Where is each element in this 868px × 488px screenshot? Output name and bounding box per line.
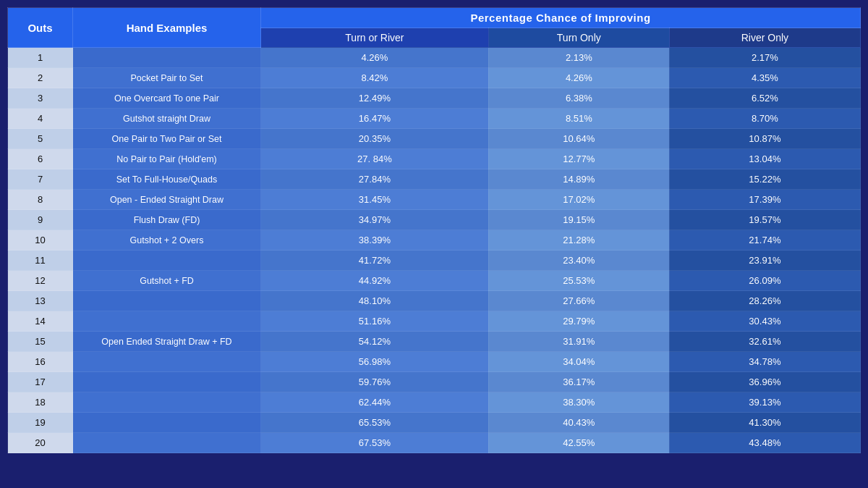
cell-river: 32.61% bbox=[669, 332, 860, 352]
table-row: 10Gutshot + 2 Overs38.39%21.28%21.74% bbox=[8, 230, 861, 251]
table-row: 8Open - Ended Straight Draw31.45%17.02%1… bbox=[8, 190, 861, 210]
cell-river: 39.13% bbox=[669, 392, 860, 413]
table-row: 2067.53%42.55%43.48% bbox=[8, 433, 861, 453]
cell-turn: 4.26% bbox=[488, 68, 669, 88]
cell-river: 6.52% bbox=[669, 88, 860, 109]
cell-river: 4.35% bbox=[669, 68, 860, 88]
cell-outs: 4 bbox=[8, 109, 73, 129]
cell-turn: 42.55% bbox=[488, 433, 669, 453]
cell-hand bbox=[73, 413, 261, 433]
cell-hand: No Pair to Pair (Hold'em) bbox=[73, 149, 261, 169]
cell-hand: Gutshot straight Draw bbox=[73, 109, 261, 129]
cell-turn: 17.02% bbox=[488, 190, 669, 210]
col-tor-header: Turn or River bbox=[261, 28, 489, 48]
cell-turn: 21.28% bbox=[488, 230, 669, 251]
cell-hand bbox=[73, 392, 261, 413]
cell-outs: 11 bbox=[8, 251, 73, 271]
cell-hand: Pocket Pair to Set bbox=[73, 68, 261, 88]
cell-outs: 16 bbox=[8, 352, 73, 372]
cell-river: 19.57% bbox=[669, 210, 860, 230]
cell-outs: 7 bbox=[8, 169, 73, 190]
cell-outs: 18 bbox=[8, 392, 73, 413]
table-row: 9Flush Draw (FD)34.97%19.15%19.57% bbox=[8, 210, 861, 230]
cell-tor: 62.44% bbox=[261, 392, 489, 413]
cell-hand: Open - Ended Straight Draw bbox=[73, 190, 261, 210]
cell-river: 34.78% bbox=[669, 352, 860, 372]
cell-turn: 8.51% bbox=[488, 109, 669, 129]
cell-tor: 44.92% bbox=[261, 271, 489, 291]
cell-river: 17.39% bbox=[669, 190, 860, 210]
cell-river: 15.22% bbox=[669, 169, 860, 190]
cell-river: 41.30% bbox=[669, 413, 860, 433]
cell-turn: 31.91% bbox=[488, 332, 669, 352]
cell-outs: 17 bbox=[8, 372, 73, 392]
cell-river: 30.43% bbox=[669, 311, 860, 332]
cell-hand bbox=[73, 433, 261, 453]
table-row: 12Gutshot + FD44.92%25.53%26.09% bbox=[8, 271, 861, 291]
cell-tor: 51.16% bbox=[261, 311, 489, 332]
cell-outs: 3 bbox=[8, 88, 73, 109]
cell-turn: 2.13% bbox=[488, 48, 669, 68]
table-row: 1451.16%29.79%30.43% bbox=[8, 311, 861, 332]
cell-hand: Gutshot + FD bbox=[73, 271, 261, 291]
cell-outs: 5 bbox=[8, 129, 73, 149]
cell-outs: 20 bbox=[8, 433, 73, 453]
cell-turn: 34.04% bbox=[488, 352, 669, 372]
cell-hand: Flush Draw (FD) bbox=[73, 210, 261, 230]
cell-hand bbox=[73, 352, 261, 372]
cell-turn: 25.53% bbox=[488, 271, 669, 291]
cell-turn: 6.38% bbox=[488, 88, 669, 109]
table-row: 1141.72%23.40%23.91% bbox=[8, 251, 861, 271]
cell-tor: 31.45% bbox=[261, 190, 489, 210]
cell-tor: 12.49% bbox=[261, 88, 489, 109]
table-row: 1656.98%34.04%34.78% bbox=[8, 352, 861, 372]
table-row: 15Open Ended Straight Draw + FD54.12%31.… bbox=[8, 332, 861, 352]
cell-hand: Set To Full-House/Quads bbox=[73, 169, 261, 190]
main-container: Outs Hand Examples Percentage Chance of … bbox=[7, 7, 861, 453]
cell-tor: 27.84% bbox=[261, 169, 489, 190]
table-row: 7Set To Full-House/Quads27.84%14.89%15.2… bbox=[8, 169, 861, 190]
cell-tor: 54.12% bbox=[261, 332, 489, 352]
cell-outs: 2 bbox=[8, 68, 73, 88]
cell-river: 28.26% bbox=[669, 291, 860, 311]
cell-hand bbox=[73, 372, 261, 392]
table-row: 1862.44%38.30%39.13% bbox=[8, 392, 861, 413]
cell-river: 21.74% bbox=[669, 230, 860, 251]
cell-hand bbox=[73, 291, 261, 311]
col-hand-header: Hand Examples bbox=[73, 8, 261, 48]
cell-river: 43.48% bbox=[669, 433, 860, 453]
cell-turn: 29.79% bbox=[488, 311, 669, 332]
cell-turn: 40.43% bbox=[488, 413, 669, 433]
table-row: 4Gutshot straight Draw16.47%8.51%8.70% bbox=[8, 109, 861, 129]
cell-river: 26.09% bbox=[669, 271, 860, 291]
cell-tor: 41.72% bbox=[261, 251, 489, 271]
table-row: 1759.76%36.17%36.96% bbox=[8, 372, 861, 392]
cell-tor: 38.39% bbox=[261, 230, 489, 251]
cell-tor: 59.76% bbox=[261, 372, 489, 392]
col-river-header: River Only bbox=[669, 28, 860, 48]
cell-tor: 8.42% bbox=[261, 68, 489, 88]
cell-tor: 20.35% bbox=[261, 129, 489, 149]
cell-tor: 48.10% bbox=[261, 291, 489, 311]
col-turn-header: Turn Only bbox=[488, 28, 669, 48]
cell-turn: 10.64% bbox=[488, 129, 669, 149]
cell-river: 2.17% bbox=[669, 48, 860, 68]
cell-hand bbox=[73, 251, 261, 271]
cell-river: 36.96% bbox=[669, 372, 860, 392]
cell-hand: One Pair to Two Pair or Set bbox=[73, 129, 261, 149]
cell-river: 8.70% bbox=[669, 109, 860, 129]
table-row: 5One Pair to Two Pair or Set20.35%10.64%… bbox=[8, 129, 861, 149]
cell-hand: Gutshot + 2 Overs bbox=[73, 230, 261, 251]
cell-outs: 19 bbox=[8, 413, 73, 433]
cell-turn: 23.40% bbox=[488, 251, 669, 271]
cell-tor: 65.53% bbox=[261, 413, 489, 433]
table-row: 1965.53%40.43%41.30% bbox=[8, 413, 861, 433]
cell-outs: 14 bbox=[8, 311, 73, 332]
cell-outs: 15 bbox=[8, 332, 73, 352]
cell-hand bbox=[73, 311, 261, 332]
cell-outs: 9 bbox=[8, 210, 73, 230]
cell-tor: 16.47% bbox=[261, 109, 489, 129]
cell-turn: 19.15% bbox=[488, 210, 669, 230]
cell-turn: 14.89% bbox=[488, 169, 669, 190]
table-row: 3One Overcard To one Pair12.49%6.38%6.52… bbox=[8, 88, 861, 109]
